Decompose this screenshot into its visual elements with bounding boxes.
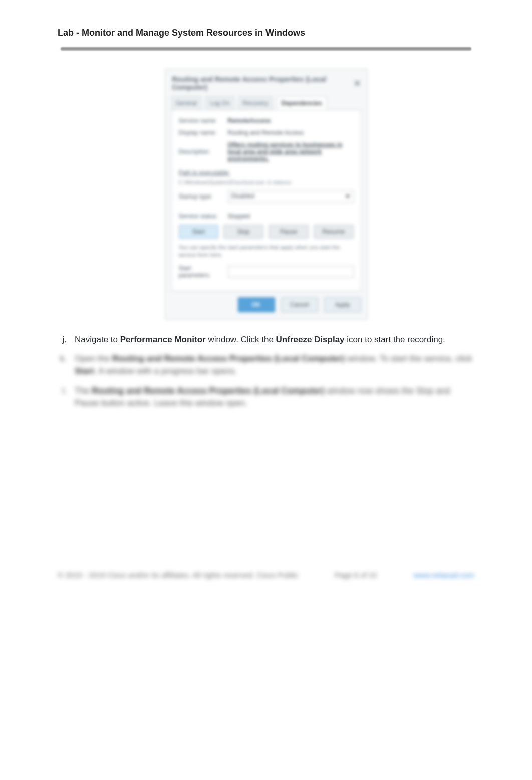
service-name-value: RemoteAccess [228, 117, 354, 124]
step-body: The Routing and Remote Access Properties… [75, 385, 474, 410]
bold: Unfreeze Display [276, 335, 345, 344]
dialog-tabs: General Log On Recovery Dependencies [165, 96, 367, 110]
status-label: Service status: [179, 213, 222, 220]
dialog-body: Service name: RemoteAccess Display name:… [171, 110, 361, 291]
step-k: k. Open the Routing and Remote Access Pr… [58, 353, 474, 377]
params-label: Start parameters: [179, 265, 222, 279]
footer-copyright: © 2015 - 2019 Cisco and/or its affiliate… [58, 571, 298, 579]
dialog-title: Routing and Remote Access Properties (Lo… [172, 75, 355, 91]
tab-recovery[interactable]: Recovery [238, 96, 273, 110]
stop-button[interactable]: Stop [223, 225, 263, 239]
service-name-label: Service name: [179, 117, 222, 124]
close-icon[interactable] [354, 80, 360, 86]
path-value: C:\Windows\System32\svchost.exe -k netsv… [179, 179, 354, 185]
step-body: Navigate to Performance Monitor window. … [75, 334, 474, 346]
display-name-value: Routing and Remote Access [228, 129, 354, 136]
footer: © 2015 - 2019 Cisco and/or its affiliate… [0, 571, 532, 579]
text: The [75, 386, 92, 396]
apply-button[interactable]: Apply [324, 297, 361, 312]
cancel-button[interactable]: Cancel [281, 297, 318, 312]
text: window. To start the service, click [345, 354, 472, 363]
text: Open the [75, 354, 112, 363]
bold: Routing and Remote Access Properties (Lo… [112, 354, 345, 363]
tab-logon[interactable]: Log On [205, 96, 234, 110]
text: . A window with a progress bar opens. [94, 366, 237, 376]
pause-button[interactable]: Pause [269, 225, 309, 239]
footer-link[interactable]: www.netacad.com [413, 571, 474, 579]
step-marker: l. [58, 385, 67, 398]
page-title: Lab - Monitor and Manage System Resource… [58, 28, 474, 38]
step-marker: k. [58, 353, 67, 365]
text: icon to start the recording. [345, 335, 445, 344]
startup-label: Startup type: [179, 193, 222, 200]
instruction-list: j. Navigate to Performance Monitor windo… [58, 334, 474, 410]
bold: Performance Monitor [120, 335, 206, 344]
resume-button[interactable]: Resume [314, 225, 354, 239]
tab-dependencies[interactable]: Dependencies [277, 96, 326, 110]
path-label: Path to executable: [179, 169, 354, 176]
start-button[interactable]: Start [179, 225, 219, 239]
dialog-note: You can specify the start parameters tha… [179, 244, 354, 259]
divider [61, 47, 471, 51]
text: window. Click the [206, 335, 276, 344]
text: Navigate to [75, 335, 120, 344]
description-label: Description: [179, 148, 222, 155]
startup-select[interactable]: Disabled [228, 190, 354, 203]
params-input[interactable] [228, 266, 354, 278]
startup-value: Disabled [231, 192, 255, 200]
description-value: Offers routing services to businesses in… [228, 141, 354, 162]
bold: Routing and Remote Access Properties (Lo… [92, 386, 324, 396]
display-name-label: Display name: [179, 129, 222, 136]
status-value: Stopped [228, 213, 354, 220]
step-l: l. The Routing and Remote Access Propert… [58, 385, 474, 410]
footer-page: Page 6 of 22 [335, 571, 377, 579]
step-body: Open the Routing and Remote Access Prope… [75, 353, 474, 377]
chevron-down-icon [345, 195, 350, 198]
tab-general[interactable]: General [171, 96, 202, 110]
step-marker: j. [58, 334, 67, 346]
properties-dialog: Routing and Remote Access Properties (Lo… [165, 69, 368, 320]
step-j: j. Navigate to Performance Monitor windo… [58, 334, 474, 346]
ok-button[interactable]: OK [238, 297, 275, 312]
page: Lab - Monitor and Manage System Resource… [0, 0, 532, 780]
bold: Start [75, 366, 94, 376]
